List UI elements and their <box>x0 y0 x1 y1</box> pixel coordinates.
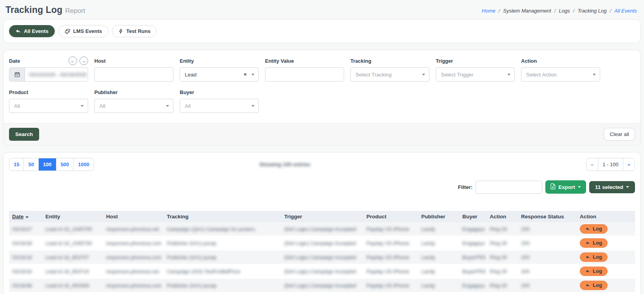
search-button[interactable]: Search <box>9 128 39 141</box>
tab-lms-events[interactable]: LMS Events <box>58 25 108 37</box>
clear-all-button[interactable]: Clear all <box>604 128 635 141</box>
reply-icon <box>585 269 590 274</box>
log-button[interactable]: Log <box>580 252 608 262</box>
table-card: 15 50 100 500 1000 Showing 100 entries «… <box>3 152 641 294</box>
cell-product: Payday US iPhone <box>366 254 409 260</box>
filter-card: Date ← → 03/10/2025 - 03/19/2025 Host En… <box>3 50 641 145</box>
column-header-host[interactable]: Host <box>103 211 164 222</box>
cell-response-status: 200 <box>521 269 530 274</box>
breadcrumb-home[interactable]: Home <box>482 8 496 14</box>
cell-action: Ping Of <box>490 269 507 274</box>
filter-date: Date ← → 03/10/2025 - 03/19/2025 <box>9 56 88 82</box>
entity-value-label: Entity Value <box>265 58 294 64</box>
date-next-button[interactable]: → <box>79 56 88 65</box>
arrow-right-icon: → <box>81 58 87 64</box>
log-button[interactable]: Log <box>580 267 608 276</box>
action-label: Action <box>521 58 537 64</box>
cell-action: Ping Of <box>490 254 507 260</box>
page-size-100[interactable]: 100 <box>39 158 56 171</box>
chevron-down-icon <box>81 105 84 107</box>
pagination-prev-button[interactable]: « <box>586 158 598 171</box>
cell-response-status: 200 <box>521 283 530 289</box>
product-select[interactable]: All <box>9 99 88 113</box>
date-range-input[interactable]: 03/10/2025 - 03/19/2025 <box>9 67 88 82</box>
cell-publisher: Landy <box>421 240 435 246</box>
pagination-next-button[interactable]: » <box>623 158 635 171</box>
column-header-tracking[interactable]: Tracking <box>164 211 281 222</box>
chevron-down-icon <box>251 74 254 76</box>
publisher-select[interactable]: All <box>94 99 173 113</box>
log-button[interactable]: Log <box>580 281 608 290</box>
tab-label: LMS Events <box>73 28 102 34</box>
action-placeholder: Select Action <box>526 72 557 78</box>
cell-entity: Lead id 16_2345739 <box>45 240 92 246</box>
page-subtitle: Report <box>65 7 85 15</box>
entity-label: Entity <box>180 58 194 64</box>
page-size-1000[interactable]: 1000 <box>74 158 94 171</box>
cell-buyer: BuyerFRS <box>462 269 486 274</box>
tracking-select[interactable]: Select Tracking <box>350 67 429 82</box>
table-filter-row: Filter: Export 11 selected <box>9 180 635 194</box>
cell-publisher: Landy <box>421 269 435 274</box>
action-select[interactable]: Select Action <box>521 67 600 82</box>
cell-host: responses.phonexa.net <box>106 269 159 274</box>
breadcrumb-all-events[interactable]: All Events <box>614 8 637 14</box>
cell-tracking: Campaign (QA1) Campaign for posters <box>167 226 255 232</box>
showing-entries-text: Showing 100 entries <box>260 162 311 167</box>
reply-icon <box>585 227 590 231</box>
tab-all-events[interactable]: All Events <box>9 25 55 37</box>
cell-trigger: (Def Logic) Campaign Accepted <box>284 226 356 232</box>
breadcrumb-logs[interactable]: Logs <box>559 8 570 14</box>
column-header-date[interactable]: Date <box>9 211 42 222</box>
publisher-selected-value: All <box>99 103 105 109</box>
log-button[interactable]: Log <box>580 238 608 248</box>
page-size-15[interactable]: 15 <box>9 158 24 171</box>
date-prev-button[interactable]: ← <box>69 56 77 65</box>
calendar-icon <box>9 68 25 81</box>
column-header-product[interactable]: Product <box>363 211 418 222</box>
cell-date: 03/16/28 <box>12 240 32 246</box>
cell-response-status: 200 <box>521 226 530 232</box>
breadcrumb-tracking-log[interactable]: Tracking Log <box>577 8 606 14</box>
column-header-trigger[interactable]: Trigger <box>281 211 363 222</box>
cell-entity: Lead id 16_853719 <box>45 269 89 274</box>
column-header-action[interactable]: Action <box>487 211 518 222</box>
date-label: Date <box>9 58 20 64</box>
cell-date: 03/16/18 <box>12 254 32 260</box>
buyer-select[interactable]: All <box>180 99 259 113</box>
page-size-50[interactable]: 50 <box>24 158 38 171</box>
reply-icon <box>585 255 590 260</box>
trigger-select[interactable]: Select Trigger <box>436 67 515 82</box>
windows-icon <box>65 28 70 34</box>
log-button[interactable]: Log <box>580 224 608 234</box>
cell-host: responses.phonexa.com <box>106 254 162 260</box>
table-row: 03/16/48 Lead id 16_900309 responses.pho… <box>9 278 635 292</box>
page-size-500[interactable]: 500 <box>56 158 74 171</box>
table-filter-input[interactable] <box>476 181 542 194</box>
page-size-group: 15 50 100 500 1000 <box>9 158 94 171</box>
columns-selected-button[interactable]: 11 selected <box>589 181 635 193</box>
cell-buyer: BuyerFRS <box>462 254 486 260</box>
cell-tracking: Publisher (Int's) purap <box>167 240 216 246</box>
column-header-publisher[interactable]: Publisher <box>418 211 459 222</box>
entity-select[interactable]: Lead × <box>180 67 259 82</box>
column-header-buyer[interactable]: Buyer <box>459 211 487 222</box>
table-row: 03/16/16 Lead id 16_853719 responses.pho… <box>9 264 635 278</box>
filter-action: Action Select Action <box>521 56 600 82</box>
export-button[interactable]: Export <box>545 180 586 194</box>
breadcrumb-system-management[interactable]: System Management <box>503 8 551 14</box>
host-input[interactable] <box>94 67 173 82</box>
host-label: Host <box>94 58 106 64</box>
tab-test-runs[interactable]: Test Runs <box>112 25 157 37</box>
entity-value-input[interactable] <box>265 67 344 82</box>
clear-entity-icon[interactable]: × <box>244 71 247 77</box>
filter-grid-row1: Date ← → 03/10/2025 - 03/19/2025 Host En… <box>9 56 635 88</box>
cell-trigger: (Def Logic) Campaign Accepted <box>284 283 356 289</box>
cell-date: 03/16/16 <box>12 269 32 274</box>
cell-publisher: Landy <box>421 254 435 260</box>
column-header-entity[interactable]: Entity <box>42 211 103 222</box>
cell-product: Payday US iPhone <box>366 283 409 289</box>
column-header-response-status[interactable]: Response Status <box>518 211 577 222</box>
cell-host: responses.phonexa.com <box>106 240 162 246</box>
buyer-selected-value: All <box>185 103 191 109</box>
